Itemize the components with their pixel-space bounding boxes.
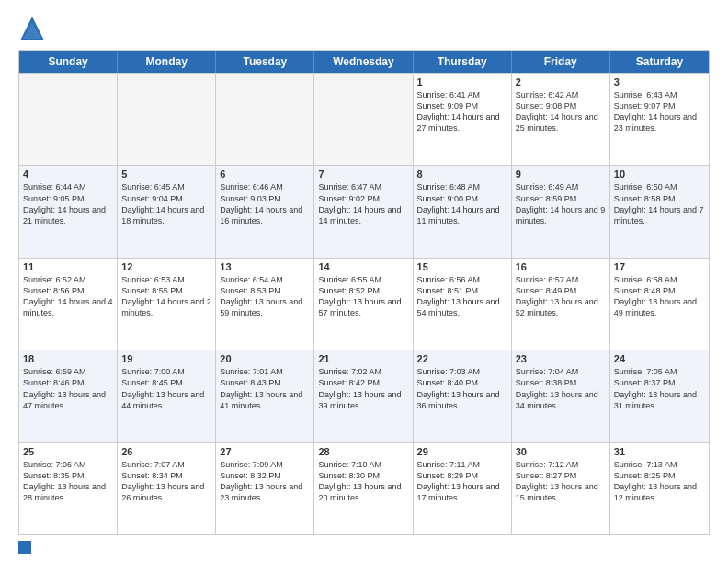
day-sun-info: Sunrise: 7:02 AM Sunset: 8:42 PM Dayligh… — [318, 366, 408, 411]
calendar-week-1: 1Sunrise: 6:41 AM Sunset: 9:09 PM Daylig… — [19, 73, 709, 165]
day-number: 7 — [318, 168, 408, 179]
day-number: 3 — [614, 76, 705, 87]
calendar-header-monday: Monday — [118, 51, 216, 73]
day-sun-info: Sunrise: 6:49 AM Sunset: 8:59 PM Dayligh… — [516, 181, 606, 226]
day-number: 22 — [417, 353, 507, 364]
day-number: 12 — [121, 261, 211, 272]
calendar-cell-empty — [216, 74, 314, 165]
day-sun-info: Sunrise: 6:52 AM Sunset: 8:56 PM Dayligh… — [23, 274, 113, 319]
calendar-week-4: 18Sunrise: 6:59 AM Sunset: 8:46 PM Dayli… — [19, 350, 709, 442]
day-number: 23 — [516, 353, 606, 364]
day-sun-info: Sunrise: 7:05 AM Sunset: 8:37 PM Dayligh… — [614, 366, 705, 411]
calendar-cell-day-6: 6Sunrise: 6:46 AM Sunset: 9:03 PM Daylig… — [216, 166, 314, 257]
day-sun-info: Sunrise: 6:44 AM Sunset: 9:05 PM Dayligh… — [23, 181, 113, 226]
calendar-cell-day-16: 16Sunrise: 6:57 AM Sunset: 8:49 PM Dayli… — [512, 259, 610, 350]
day-number: 17 — [614, 261, 705, 272]
page: SundayMondayTuesdayWednesdayThursdayFrid… — [0, 0, 728, 563]
calendar-cell-day-5: 5Sunrise: 6:45 AM Sunset: 9:04 PM Daylig… — [118, 166, 216, 257]
day-number: 9 — [516, 168, 606, 179]
calendar-cell-day-7: 7Sunrise: 6:47 AM Sunset: 9:02 PM Daylig… — [314, 166, 413, 257]
day-sun-info: Sunrise: 6:53 AM Sunset: 8:55 PM Dayligh… — [121, 274, 211, 319]
day-sun-info: Sunrise: 6:54 AM Sunset: 8:53 PM Dayligh… — [220, 274, 310, 319]
day-number: 26 — [121, 446, 211, 457]
day-number: 31 — [614, 446, 705, 457]
calendar-cell-day-25: 25Sunrise: 7:06 AM Sunset: 8:35 PM Dayli… — [19, 443, 118, 534]
calendar-cell-empty — [314, 74, 413, 165]
calendar-header-thursday: Thursday — [414, 51, 512, 73]
day-sun-info: Sunrise: 7:04 AM Sunset: 8:38 PM Dayligh… — [516, 366, 606, 411]
calendar-cell-day-14: 14Sunrise: 6:55 AM Sunset: 8:52 PM Dayli… — [314, 259, 413, 350]
day-number: 15 — [417, 261, 507, 272]
day-number: 28 — [318, 446, 408, 457]
logo — [18, 15, 50, 42]
day-sun-info: Sunrise: 6:55 AM Sunset: 8:52 PM Dayligh… — [318, 274, 408, 319]
calendar-cell-day-22: 22Sunrise: 7:03 AM Sunset: 8:40 PM Dayli… — [414, 350, 512, 442]
calendar-cell-day-1: 1Sunrise: 6:41 AM Sunset: 9:09 PM Daylig… — [414, 74, 512, 165]
day-sun-info: Sunrise: 7:12 AM Sunset: 8:27 PM Dayligh… — [516, 459, 606, 504]
day-sun-info: Sunrise: 7:00 AM Sunset: 8:45 PM Dayligh… — [121, 366, 211, 411]
calendar-header-tuesday: Tuesday — [216, 51, 314, 73]
calendar-cell-day-30: 30Sunrise: 7:12 AM Sunset: 8:27 PM Dayli… — [512, 443, 610, 534]
day-number: 5 — [121, 168, 211, 179]
day-number: 29 — [417, 446, 507, 457]
legend-color-box — [18, 541, 31, 554]
day-sun-info: Sunrise: 7:13 AM Sunset: 8:25 PM Dayligh… — [614, 459, 705, 504]
day-sun-info: Sunrise: 6:48 AM Sunset: 9:00 PM Dayligh… — [417, 181, 507, 226]
day-sun-info: Sunrise: 7:10 AM Sunset: 8:30 PM Dayligh… — [318, 459, 408, 504]
calendar-header-saturday: Saturday — [610, 51, 709, 73]
calendar-cell-day-20: 20Sunrise: 7:01 AM Sunset: 8:43 PM Dayli… — [216, 350, 314, 442]
day-sun-info: Sunrise: 6:59 AM Sunset: 8:46 PM Dayligh… — [23, 366, 113, 411]
day-number: 19 — [121, 353, 211, 364]
calendar-cell-day-21: 21Sunrise: 7:02 AM Sunset: 8:42 PM Dayli… — [314, 350, 413, 442]
calendar-header-row: SundayMondayTuesdayWednesdayThursdayFrid… — [19, 51, 709, 73]
day-number: 27 — [220, 446, 310, 457]
day-number: 13 — [220, 261, 310, 272]
day-sun-info: Sunrise: 6:56 AM Sunset: 8:51 PM Dayligh… — [417, 274, 507, 319]
day-sun-info: Sunrise: 6:58 AM Sunset: 8:48 PM Dayligh… — [614, 274, 705, 319]
calendar-week-3: 11Sunrise: 6:52 AM Sunset: 8:56 PM Dayli… — [19, 258, 709, 350]
day-sun-info: Sunrise: 7:09 AM Sunset: 8:32 PM Dayligh… — [220, 459, 310, 504]
calendar-cell-day-31: 31Sunrise: 7:13 AM Sunset: 8:25 PM Dayli… — [610, 443, 709, 534]
calendar-week-2: 4Sunrise: 6:44 AM Sunset: 9:05 PM Daylig… — [19, 165, 709, 257]
day-number: 6 — [220, 168, 310, 179]
day-number: 21 — [318, 353, 408, 364]
calendar-cell-empty — [19, 74, 118, 165]
day-number: 30 — [516, 446, 606, 457]
day-sun-info: Sunrise: 7:06 AM Sunset: 8:35 PM Dayligh… — [23, 459, 113, 504]
calendar-cell-day-19: 19Sunrise: 7:00 AM Sunset: 8:45 PM Dayli… — [118, 350, 216, 442]
day-number: 16 — [516, 261, 606, 272]
day-sun-info: Sunrise: 6:46 AM Sunset: 9:03 PM Dayligh… — [220, 181, 310, 226]
day-number: 11 — [23, 261, 113, 272]
legend — [18, 541, 710, 554]
calendar-week-5: 25Sunrise: 7:06 AM Sunset: 8:35 PM Dayli… — [19, 442, 709, 534]
day-sun-info: Sunrise: 6:47 AM Sunset: 9:02 PM Dayligh… — [318, 181, 408, 226]
day-number: 24 — [614, 353, 705, 364]
calendar-cell-day-2: 2Sunrise: 6:42 AM Sunset: 9:08 PM Daylig… — [512, 74, 610, 165]
calendar-cell-day-23: 23Sunrise: 7:04 AM Sunset: 8:38 PM Dayli… — [512, 350, 610, 442]
day-number: 25 — [23, 446, 113, 457]
header — [18, 15, 710, 42]
day-sun-info: Sunrise: 6:41 AM Sunset: 9:09 PM Dayligh… — [417, 89, 507, 134]
calendar-cell-day-10: 10Sunrise: 6:50 AM Sunset: 8:58 PM Dayli… — [610, 166, 709, 257]
calendar-cell-day-3: 3Sunrise: 6:43 AM Sunset: 9:07 PM Daylig… — [610, 74, 709, 165]
calendar-body: 1Sunrise: 6:41 AM Sunset: 9:09 PM Daylig… — [19, 73, 709, 534]
calendar-cell-day-24: 24Sunrise: 7:05 AM Sunset: 8:37 PM Dayli… — [610, 350, 709, 442]
day-sun-info: Sunrise: 7:07 AM Sunset: 8:34 PM Dayligh… — [121, 459, 211, 504]
calendar-cell-day-28: 28Sunrise: 7:10 AM Sunset: 8:30 PM Dayli… — [314, 443, 413, 534]
calendar-cell-day-4: 4Sunrise: 6:44 AM Sunset: 9:05 PM Daylig… — [19, 166, 118, 257]
calendar-cell-day-11: 11Sunrise: 6:52 AM Sunset: 8:56 PM Dayli… — [19, 259, 118, 350]
day-sun-info: Sunrise: 6:57 AM Sunset: 8:49 PM Dayligh… — [516, 274, 606, 319]
calendar-header-friday: Friday — [512, 51, 610, 73]
day-sun-info: Sunrise: 7:03 AM Sunset: 8:40 PM Dayligh… — [417, 366, 507, 411]
calendar-header-sunday: Sunday — [19, 51, 118, 73]
calendar-cell-day-26: 26Sunrise: 7:07 AM Sunset: 8:34 PM Dayli… — [118, 443, 216, 534]
day-number: 8 — [417, 168, 507, 179]
calendar: SundayMondayTuesdayWednesdayThursdayFrid… — [18, 50, 710, 535]
calendar-cell-day-18: 18Sunrise: 6:59 AM Sunset: 8:46 PM Dayli… — [19, 350, 118, 442]
day-number: 2 — [516, 76, 606, 87]
calendar-cell-day-29: 29Sunrise: 7:11 AM Sunset: 8:29 PM Dayli… — [414, 443, 512, 534]
calendar-cell-day-8: 8Sunrise: 6:48 AM Sunset: 9:00 PM Daylig… — [414, 166, 512, 257]
day-sun-info: Sunrise: 7:01 AM Sunset: 8:43 PM Dayligh… — [220, 366, 310, 411]
day-number: 1 — [417, 76, 507, 87]
day-number: 4 — [23, 168, 113, 179]
